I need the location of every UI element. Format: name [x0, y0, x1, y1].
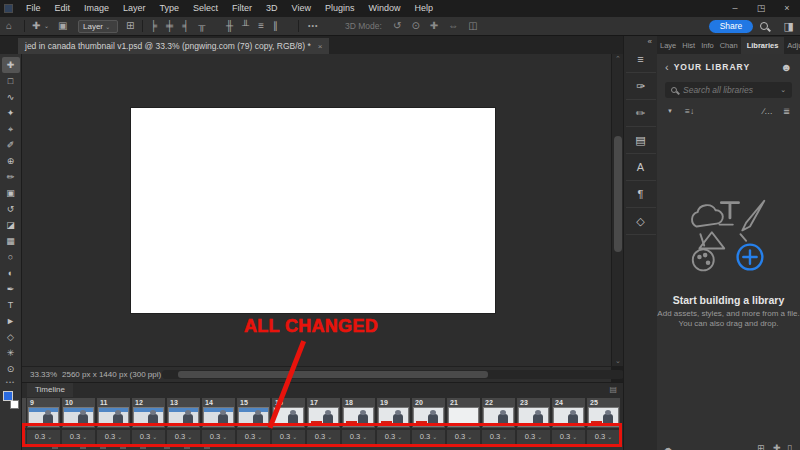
clone-stamp-tool[interactable]: ▣	[2, 185, 20, 201]
menu-layer[interactable]: Layer	[116, 0, 153, 17]
menu-type[interactable]: Type	[153, 0, 187, 17]
sync-status-icon[interactable]: ☁	[663, 443, 672, 450]
align-icon[interactable]: ╡	[182, 17, 198, 35]
color-swatches[interactable]	[3, 391, 19, 409]
crop-tool[interactable]: ⌖	[2, 121, 20, 137]
auto-select-layer-dropdown[interactable]: Layer ⌄	[78, 20, 118, 33]
document-tab[interactable]: jed in canada thumbnail v1.psd @ 33.3% (…	[18, 38, 329, 54]
status-menu-chevron[interactable]: ›	[150, 367, 153, 382]
list-view-icon[interactable]: ≣	[783, 106, 790, 116]
panel-menu-icon[interactable]: ▤	[609, 385, 617, 394]
mode3d-icon[interactable]: ◫	[468, 17, 487, 35]
home-icon[interactable]: ⌂	[6, 17, 12, 35]
menu-file[interactable]: File	[19, 0, 48, 17]
menu-view[interactable]: View	[285, 0, 318, 17]
background-color-swatch[interactable]	[10, 400, 19, 409]
pen-tools-icon[interactable]: ∕…	[763, 106, 773, 116]
library-search-input[interactable]: Search all libraries ⌄	[665, 82, 792, 98]
properties-panel-icon[interactable]: ≡	[626, 46, 656, 73]
window-controls: –◳×	[722, 0, 800, 17]
more-tools-icon[interactable]: •••	[0, 379, 21, 385]
clone-source-panel-icon[interactable]: ▤	[626, 127, 656, 154]
pen-tool[interactable]: ✒	[2, 281, 20, 297]
distribute-icon[interactable]: ╨	[242, 17, 258, 35]
chevron-down-icon[interactable]: ⌄	[780, 86, 786, 94]
back-icon[interactable]: ‹	[665, 61, 669, 73]
brush-settings-panel-icon[interactable]: ✑	[626, 73, 656, 100]
collapse-dock-icon[interactable]: «	[624, 36, 657, 46]
3d-panel-icon[interactable]: ◇	[626, 208, 656, 235]
account-avatar-icon[interactable]: ☻	[780, 61, 792, 73]
mode3d-icon[interactable]: ⇔	[448, 17, 468, 35]
hand-tool[interactable]: ✳	[2, 345, 20, 361]
menu-3d[interactable]: 3D	[259, 0, 285, 17]
frame-number: 15	[238, 399, 269, 407]
align-icon[interactable]: ╥	[198, 17, 214, 35]
close-icon[interactable]: ×	[318, 42, 323, 51]
menu-filter[interactable]: Filter	[225, 0, 259, 17]
healing-brush-tool[interactable]: ⊕	[2, 153, 20, 169]
panel-tab-adju[interactable]: Adju	[784, 38, 800, 54]
delete-icon[interactable]: ▯	[787, 443, 792, 450]
type-tool[interactable]: T	[2, 297, 20, 313]
panel-tab-chan[interactable]: Chan	[717, 38, 741, 54]
blur-tool[interactable]: ○	[2, 249, 20, 265]
menu-plugins[interactable]: Plugins	[318, 0, 362, 17]
distribute-icon[interactable]: ∥	[273, 17, 287, 35]
vertical-scrollbar[interactable]: ⌃ ⌄	[611, 54, 623, 366]
zoom-level[interactable]: 33.33%	[30, 367, 57, 382]
scrollbar-thumb[interactable]	[614, 136, 622, 252]
sort-icon[interactable]: ≡↓	[685, 106, 694, 116]
menu-image[interactable]: Image	[77, 0, 116, 17]
chevron-down-icon[interactable]: ⌄	[44, 17, 49, 35]
menu-edit[interactable]: Edit	[48, 0, 78, 17]
search-icon[interactable]	[760, 22, 768, 30]
menu-window[interactable]: Window	[362, 0, 408, 17]
dodge-tool[interactable]: ◐	[2, 265, 20, 281]
filter-icon[interactable]: ▼	[667, 108, 673, 114]
distribute-icon[interactable]: ≡	[258, 17, 273, 35]
menu-select[interactable]: Select	[186, 0, 225, 17]
shape-tool[interactable]: ◇	[2, 329, 20, 345]
eraser-tool[interactable]: ◪	[2, 217, 20, 233]
transform-controls-icon[interactable]: ⊞	[126, 17, 134, 35]
new-folder-icon[interactable]: ⊞	[757, 443, 765, 450]
horizontal-scrollbar[interactable]	[162, 370, 624, 379]
mode3d-icon[interactable]: ⊙	[411, 17, 429, 35]
panel-layout-icon[interactable]: ◨	[784, 21, 794, 32]
auto-select-icon[interactable]: ▣	[58, 17, 67, 35]
gradient-tool[interactable]: ▦	[2, 233, 20, 249]
character-panel-icon[interactable]: A	[626, 154, 656, 181]
quick-selection-tool[interactable]: ✦	[2, 105, 20, 121]
path-selection-tool[interactable]: ►	[2, 313, 20, 329]
brushes-panel-icon[interactable]: ✏	[626, 100, 656, 127]
panel-tab-libraries[interactable]: Libraries	[741, 37, 785, 54]
paragraph-panel-icon[interactable]: ¶	[626, 181, 656, 208]
restore-button[interactable]: ◳	[748, 0, 774, 17]
brush-tool[interactable]: ✏	[2, 169, 20, 185]
add-icon[interactable]: ✚	[773, 443, 781, 450]
menu-help[interactable]: Help	[408, 0, 441, 17]
minimize-button[interactable]: –	[722, 0, 748, 17]
more-options-icon[interactable]: •••	[308, 17, 318, 35]
mode3d-icon[interactable]: ✚	[430, 17, 448, 35]
move-tool[interactable]: ✚	[2, 57, 20, 73]
lasso-tool[interactable]: ∿	[2, 89, 20, 105]
close-button[interactable]: ×	[774, 0, 800, 17]
mode3d-icon[interactable]: ↺	[393, 17, 411, 35]
zoom-tool[interactable]: ⊙	[2, 361, 20, 377]
share-button[interactable]: Share	[709, 20, 753, 33]
history-brush-tool[interactable]: ↺	[2, 201, 20, 217]
timeline-tab[interactable]: Timeline	[27, 383, 73, 397]
panel-tab-laye[interactable]: Laye	[657, 38, 679, 54]
eyedropper-tool[interactable]: ✐	[2, 137, 20, 153]
move-tool-icon[interactable]: ✚	[32, 17, 40, 35]
align-icon[interactable]: ╪	[166, 17, 182, 35]
panel-tab-info[interactable]: Info	[698, 38, 717, 54]
distribute-icon[interactable]: ╫	[226, 17, 242, 35]
foreground-color-swatch[interactable]	[3, 391, 13, 401]
panel-tab-hist[interactable]: Hist	[679, 38, 698, 54]
marquee-tool[interactable]: □	[2, 73, 20, 89]
align-icon[interactable]: ╞	[150, 17, 166, 35]
scrollbar-thumb[interactable]	[178, 371, 488, 378]
